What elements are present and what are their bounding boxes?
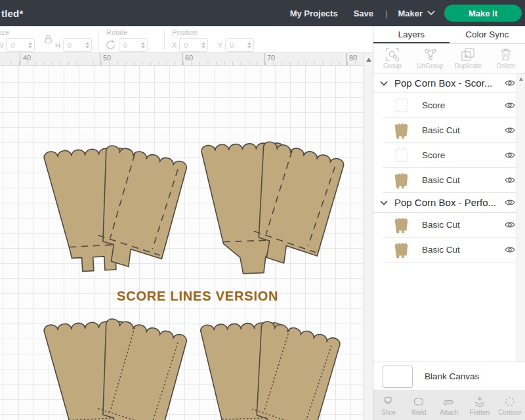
scroll-up-arrow-icon[interactable] bbox=[366, 58, 371, 62]
lock-icon[interactable] bbox=[43, 34, 53, 44]
height-value: 0 bbox=[68, 41, 72, 49]
layers-panel: Layers Color Sync Group UnGroup bbox=[373, 26, 525, 420]
visibility-eye-icon[interactable] bbox=[504, 100, 516, 110]
tab-layers[interactable]: Layers bbox=[373, 26, 450, 43]
weld-icon bbox=[411, 395, 426, 408]
ruler-tick-label: 80 bbox=[346, 53, 357, 65]
position-x-stepper[interactable]: X 0 bbox=[172, 38, 208, 52]
top-bar-actions: My Projects Save | Maker Make It bbox=[282, 5, 525, 22]
x-label: X bbox=[172, 41, 177, 49]
design-canvas[interactable]: SCORE LINES VERSION PERFORATIONS VERSION bbox=[0, 66, 363, 420]
contour-icon bbox=[503, 395, 517, 408]
visibility-eye-icon[interactable] bbox=[504, 78, 516, 88]
horizontal-ruler: 40 50 60 70 80 bbox=[0, 52, 363, 66]
layer-name: Basic Cut bbox=[422, 220, 504, 230]
rotate-icon[interactable] bbox=[105, 39, 116, 51]
layer-actions: Group UnGroup Duplicate bbox=[373, 44, 525, 74]
cut-layer-thumbnail bbox=[390, 216, 413, 234]
blank-canvas-row: Blank Canvas bbox=[373, 362, 525, 390]
y-spin-buttons[interactable] bbox=[247, 42, 251, 49]
popcorn-box-perforations-left[interactable] bbox=[44, 318, 188, 420]
duplicate-icon bbox=[461, 48, 474, 61]
position-label: Position bbox=[172, 28, 198, 36]
visibility-eye-icon[interactable] bbox=[504, 198, 516, 207]
layer-group-score[interactable]: Pop Corn Box - Scor... bbox=[373, 74, 525, 93]
contour-button[interactable]: Contour bbox=[495, 391, 525, 420]
height-stepper[interactable]: H 0 bbox=[55, 38, 92, 52]
layer-row-basic-cut[interactable]: Basic Cut bbox=[383, 168, 525, 193]
layer-row-score[interactable]: Score bbox=[383, 93, 525, 118]
save-link[interactable]: Save bbox=[346, 9, 381, 18]
layer-list: Pop Corn Box - Scor... Score Basic Cut bbox=[373, 74, 525, 362]
score-layer-thumbnail bbox=[390, 146, 413, 165]
layer-row-score[interactable]: Score bbox=[383, 143, 525, 168]
rotate-value: 0 bbox=[123, 41, 127, 49]
popcorn-box-score-right[interactable] bbox=[201, 140, 345, 275]
layer-group-perforations[interactable]: Pop Corn Box - Perfo... bbox=[373, 193, 525, 213]
ruler-tick-label: 70 bbox=[264, 53, 275, 65]
slice-icon bbox=[381, 395, 396, 408]
document-title: tled* bbox=[1, 8, 24, 19]
cut-layer-thumbnail bbox=[390, 241, 413, 259]
height-spin-buttons[interactable] bbox=[85, 42, 89, 49]
layer-row-basic-cut[interactable]: Basic Cut bbox=[383, 118, 525, 143]
paperclip-icon bbox=[442, 395, 457, 408]
my-projects-link[interactable]: My Projects bbox=[282, 9, 346, 18]
visibility-eye-icon[interactable] bbox=[504, 175, 516, 185]
cricut-design-space-window: tled* My Projects Save | Maker Make It i… bbox=[0, 0, 525, 420]
score-layer-thumbnail bbox=[390, 96, 413, 115]
top-bar: tled* My Projects Save | Maker Make It bbox=[0, 0, 525, 26]
scroll-up-arrow-icon[interactable] bbox=[519, 77, 523, 81]
machine-selector[interactable]: Maker bbox=[391, 9, 444, 18]
layer-tools-bar: Slice Weld Attach Flatten bbox=[373, 390, 525, 420]
popcorn-box-perforations-right[interactable] bbox=[200, 320, 341, 420]
x-spin-buttons[interactable] bbox=[201, 42, 205, 49]
layer-row-basic-cut[interactable]: Basic Cut bbox=[383, 213, 525, 238]
delete-button[interactable]: Delete bbox=[487, 44, 525, 73]
chevron-down-icon[interactable] bbox=[380, 200, 388, 205]
popcorn-box-templates[interactable] bbox=[0, 66, 363, 420]
group-button[interactable]: Group bbox=[373, 44, 411, 73]
group-name: Pop Corn Box - Scor... bbox=[394, 77, 504, 89]
ungroup-button[interactable]: UnGroup bbox=[411, 44, 450, 73]
ruler-tick-label: 40 bbox=[20, 53, 31, 65]
panel-tabs: Layers Color Sync bbox=[373, 26, 525, 44]
flatten-icon bbox=[472, 395, 487, 408]
y-value: 0 bbox=[230, 41, 234, 49]
flatten-button[interactable]: Flatten bbox=[465, 391, 495, 420]
width-spin-buttons[interactable] bbox=[28, 42, 32, 49]
layer-name: Basic Cut bbox=[422, 125, 504, 135]
machine-name: Maker bbox=[398, 9, 423, 18]
visibility-eye-icon[interactable] bbox=[504, 245, 516, 255]
visibility-eye-icon[interactable] bbox=[504, 220, 516, 230]
group-name: Pop Corn Box - Perfo... bbox=[394, 197, 504, 208]
visibility-eye-icon[interactable] bbox=[504, 125, 516, 135]
y-label: Y bbox=[218, 41, 222, 49]
layer-name: Basic Cut bbox=[422, 245, 504, 255]
width-value: 0 bbox=[10, 41, 14, 49]
layers-scrollbar[interactable] bbox=[516, 74, 525, 362]
duplicate-button[interactable]: Duplicate bbox=[450, 44, 488, 73]
visibility-eye-icon[interactable] bbox=[504, 150, 516, 160]
x-value: 0 bbox=[184, 41, 188, 49]
canvas-color-swatch[interactable] bbox=[383, 366, 413, 388]
cut-layer-thumbnail bbox=[390, 171, 413, 190]
make-it-button[interactable]: Make It bbox=[444, 5, 522, 22]
edit-toolbar: ize W 0 H 0 Rotate 0 Position bbox=[0, 26, 373, 52]
chevron-down-icon bbox=[427, 10, 435, 16]
width-label: W bbox=[0, 41, 3, 49]
slice-button[interactable]: Slice bbox=[373, 391, 404, 420]
attach-button[interactable]: Attach bbox=[434, 391, 464, 420]
layer-row-basic-cut[interactable]: Basic Cut bbox=[383, 238, 525, 262]
rotate-control[interactable]: 0 bbox=[105, 38, 148, 52]
rotate-spin-buttons[interactable] bbox=[141, 42, 145, 49]
layer-name: Basic Cut bbox=[422, 175, 504, 185]
layer-name: Score bbox=[422, 100, 504, 110]
width-stepper[interactable]: W 0 bbox=[0, 38, 35, 52]
weld-button[interactable]: Weld bbox=[404, 391, 434, 420]
chevron-down-icon[interactable] bbox=[380, 81, 388, 86]
canvas-scrollbar[interactable] bbox=[363, 52, 373, 420]
popcorn-box-score-left[interactable] bbox=[44, 144, 188, 275]
position-y-stepper[interactable]: Y 0 bbox=[218, 38, 254, 52]
tab-color-sync[interactable]: Color Sync bbox=[450, 26, 525, 43]
